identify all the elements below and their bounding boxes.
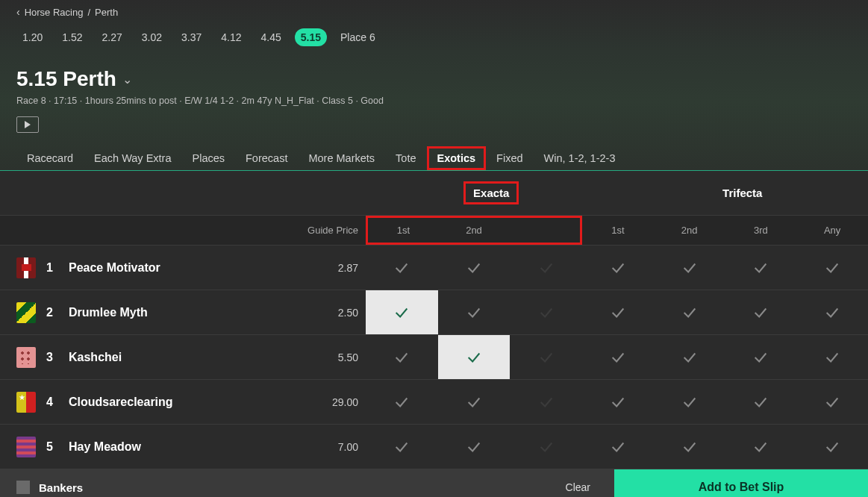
exotic-type-header: Exacta Trifecta	[0, 171, 868, 215]
silk-icon	[16, 392, 36, 413]
video-button[interactable]	[16, 116, 39, 133]
selection-exacta-1[interactable]	[366, 380, 438, 424]
col-exacta-1st: 1st	[368, 218, 439, 243]
selection-trifecta-1[interactable]	[582, 290, 654, 334]
selection-trifecta-3[interactable]	[725, 246, 797, 290]
selection-trifecta-1[interactable]	[582, 246, 654, 290]
time-pill[interactable]: 2.27	[96, 28, 128, 46]
selection-trifecta-2[interactable]	[654, 246, 725, 290]
time-pill[interactable]: 1.52	[56, 28, 88, 46]
race-subtitle: Race 8 · 17:15 · 1hours 25mins to post ·…	[16, 96, 852, 106]
check-icon	[681, 349, 698, 366]
selection-trifecta-3[interactable]	[725, 425, 797, 469]
runner-row: 4Cloudsareclearing29.00	[0, 380, 868, 425]
tab-tote[interactable]: Tote	[385, 146, 426, 170]
place-label[interactable]: Place 6	[340, 31, 375, 43]
col-trifecta-3rd: 3rd	[725, 216, 797, 245]
check-icon	[610, 349, 626, 366]
check-icon	[393, 260, 410, 276]
time-pill[interactable]: 4.45	[255, 28, 287, 46]
tab-win-1-2-1-2-3[interactable]: Win, 1-2, 1-2-3	[534, 146, 626, 170]
selection-trifecta-2[interactable]	[654, 290, 725, 334]
breadcrumb[interactable]: ‹ Horse Racing / Perth	[16, 6, 852, 18]
bankers-checkbox[interactable]	[16, 481, 30, 494]
selection-exacta-any	[510, 290, 582, 334]
selection-trifecta-3[interactable]	[725, 335, 797, 379]
tab-more-markets[interactable]: More Markets	[298, 146, 385, 170]
runner-row: 2Drumlee Myth2.50	[0, 290, 868, 335]
selection-exacta-any	[510, 335, 582, 379]
selection-trifecta-1[interactable]	[582, 335, 654, 379]
selection-exacta-any	[510, 380, 582, 424]
tab-forecast[interactable]: Forecast	[235, 146, 298, 170]
check-icon	[466, 394, 482, 410]
selection-exacta-1[interactable]	[366, 425, 438, 469]
breadcrumb-track: Perth	[95, 7, 118, 18]
check-icon	[610, 394, 626, 410]
silk-icon	[16, 437, 36, 457]
check-icon	[824, 349, 840, 366]
selection-trifecta-any[interactable]	[796, 246, 868, 290]
check-icon	[610, 439, 626, 455]
runner-name[interactable]: Cloudsareclearing	[69, 396, 173, 409]
time-pill[interactable]: 3.37	[175, 28, 207, 46]
selection-exacta-2[interactable]	[438, 380, 511, 424]
guide-price: 2.50	[306, 290, 366, 334]
selection-exacta-2[interactable]	[438, 335, 511, 379]
tab-places[interactable]: Places	[181, 146, 235, 170]
silk-icon	[16, 257, 36, 278]
clear-button[interactable]: Clear	[542, 469, 614, 497]
selection-trifecta-any[interactable]	[796, 380, 868, 424]
selection-exacta-1[interactable]	[366, 335, 438, 379]
check-icon	[538, 349, 555, 366]
time-pill[interactable]: 1.20	[16, 28, 49, 46]
guide-price-header: Guide Price	[306, 225, 366, 236]
chevron-left-icon: ‹	[16, 6, 20, 18]
breadcrumb-parent: Horse Racing	[25, 7, 84, 18]
check-icon	[681, 304, 698, 321]
runner-name[interactable]: Hay Meadow	[69, 440, 141, 454]
selection-trifecta-2[interactable]	[654, 335, 725, 379]
selection-trifecta-any[interactable]	[796, 425, 868, 469]
tab-each-way-extra[interactable]: Each Way Extra	[84, 146, 181, 170]
selection-exacta-2[interactable]	[438, 290, 511, 334]
selection-trifecta-3[interactable]	[725, 380, 797, 424]
time-pill[interactable]: 4.12	[215, 28, 247, 46]
runner-name[interactable]: Peace Motivator	[69, 261, 160, 275]
selection-trifecta-3[interactable]	[725, 290, 797, 334]
tab-exotics[interactable]: Exotics	[427, 146, 487, 170]
selection-exacta-1[interactable]	[366, 290, 438, 334]
runner-row: 5Hay Meadow7.00	[0, 425, 868, 469]
tab-racecard[interactable]: Racecard	[16, 146, 84, 170]
time-pill[interactable]: 3.02	[136, 28, 168, 46]
time-pill[interactable]: 5.15	[295, 28, 327, 46]
selection-exacta-2[interactable]	[438, 425, 511, 469]
check-icon	[393, 439, 410, 455]
tab-fixed[interactable]: Fixed	[486, 146, 533, 170]
selection-trifecta-2[interactable]	[654, 425, 725, 469]
exacta-header[interactable]: Exacta	[366, 171, 617, 215]
check-icon	[681, 439, 698, 455]
check-icon	[824, 439, 840, 455]
selection-exacta-2[interactable]	[438, 246, 511, 290]
check-icon	[681, 394, 698, 410]
selection-trifecta-1[interactable]	[582, 380, 654, 424]
chevron-down-icon[interactable]: ⌄	[122, 72, 132, 87]
selection-trifecta-any[interactable]	[796, 335, 868, 379]
runner-name[interactable]: Drumlee Myth	[69, 306, 148, 319]
check-icon	[393, 304, 410, 321]
runner-number: 3	[46, 351, 58, 364]
selection-trifecta-1[interactable]	[582, 425, 654, 469]
runner-name[interactable]: Kashchei	[69, 351, 122, 364]
runner-row: 1Peace Motivator2.87	[0, 246, 868, 290]
column-header-row: Guide Price 1st 2nd 1st 2nd 3rd Any	[0, 215, 868, 246]
selection-trifecta-2[interactable]	[654, 380, 725, 424]
trifecta-header[interactable]: Trifecta	[617, 171, 869, 215]
add-to-bet-slip-button[interactable]: Add to Bet Slip	[614, 469, 868, 497]
check-icon	[681, 260, 698, 276]
selection-trifecta-any[interactable]	[796, 290, 868, 334]
check-icon	[466, 349, 482, 366]
check-icon	[824, 394, 840, 410]
check-icon	[824, 260, 840, 276]
selection-exacta-1[interactable]	[366, 246, 438, 290]
